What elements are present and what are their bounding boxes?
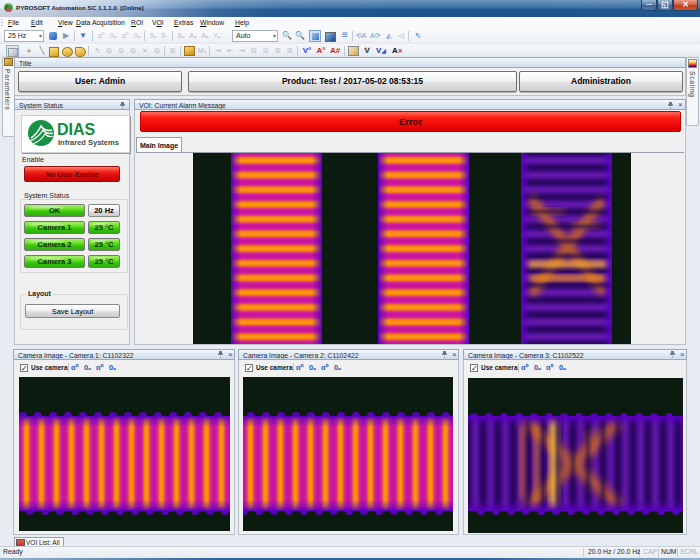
svg-text:Infrared Systems: Infrared Systems: [58, 138, 119, 147]
svg-text:DIAS: DIAS: [57, 121, 96, 138]
